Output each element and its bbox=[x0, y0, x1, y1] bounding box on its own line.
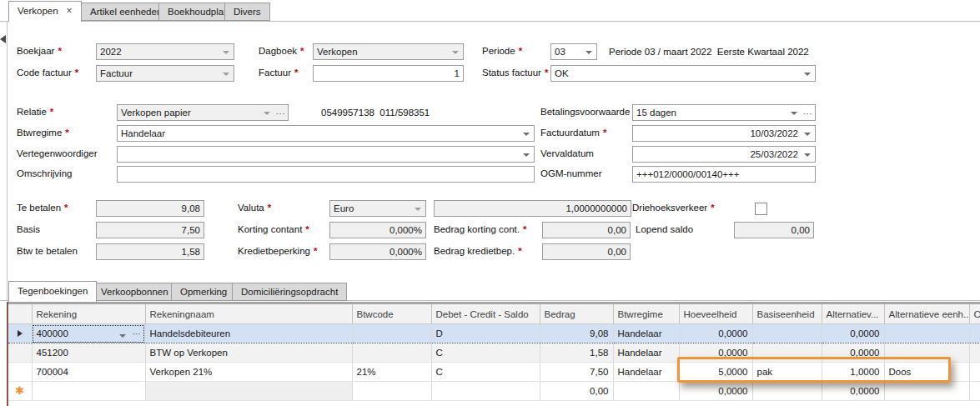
cell-btwcode[interactable] bbox=[352, 343, 431, 363]
cell-bedrag[interactable]: 0,00 bbox=[540, 382, 613, 401]
tab-verkoopbonnen[interactable]: Verkoopbonnen bbox=[92, 283, 178, 301]
factuur-input[interactable]: 1 bbox=[313, 65, 464, 82]
cell-btwcode[interactable] bbox=[352, 382, 431, 401]
tab-verkopen[interactable]: Verkopen× bbox=[8, 1, 82, 22]
periode-field[interactable]: 03 bbox=[550, 43, 597, 60]
cell-btwcode[interactable] bbox=[352, 324, 431, 343]
cell-c[interactable] bbox=[969, 382, 980, 401]
cell-rekeningnaam[interactable]: BTW op Verkopen bbox=[145, 343, 352, 363]
dropdown-arrow-icon[interactable] bbox=[804, 153, 811, 160]
cell-alternatief[interactable]: 0,0000 bbox=[822, 382, 884, 401]
cell-alternatieve-eenheid[interactable] bbox=[884, 324, 969, 343]
cell-rekening[interactable]: 451200 bbox=[32, 343, 145, 363]
dropdown-arrow-icon[interactable] bbox=[523, 153, 530, 160]
grid-new-row[interactable]: ✱ 0,00 0,0000 0,0000 bbox=[8, 382, 980, 401]
col-header-hoeveelheid[interactable]: Hoeveelheid bbox=[679, 303, 752, 324]
row-indicator bbox=[8, 363, 32, 382]
cell-bedrag[interactable]: 1,58 bbox=[540, 343, 613, 363]
cell-c[interactable] bbox=[969, 324, 980, 343]
cell-debet-credit-saldo[interactable]: C bbox=[431, 363, 540, 382]
grid-row-selected[interactable]: 400000··· Handelsdebiteuren D 9,08 Hande… bbox=[8, 324, 980, 343]
dropdown-arrow-icon[interactable] bbox=[804, 73, 811, 79]
cell-bedrag[interactable]: 9,08 bbox=[540, 324, 613, 343]
basis-label: Basis bbox=[17, 224, 40, 234]
ogm-nummer-value: +++012/0000/00140+++ bbox=[636, 167, 812, 182]
cell-rekening-editor[interactable]: 400000··· bbox=[32, 324, 145, 343]
bedrag-korting-cont-label: Bedrag korting cont.* bbox=[434, 224, 526, 234]
cell-btwregime[interactable]: Handelaar bbox=[613, 343, 679, 363]
cell-rekening[interactable]: 700004 bbox=[32, 363, 145, 382]
top-tabstrip-divider bbox=[0, 21, 980, 22]
lopend-saldo-value: 0,00 bbox=[738, 223, 810, 238]
cell-c[interactable] bbox=[969, 343, 980, 363]
col-header-debet-credit-saldo[interactable]: Debet - Credit - Saldo bbox=[431, 303, 540, 324]
ogm-nummer-input[interactable]: +++012/0000/00140+++ bbox=[632, 166, 816, 183]
dropdown-arrow-icon bbox=[452, 51, 459, 58]
ellipsis-button[interactable]: ··· bbox=[133, 329, 141, 338]
vertegenwoordiger-field[interactable] bbox=[117, 146, 535, 163]
tab-divers[interactable]: Divers bbox=[224, 3, 270, 21]
cell-rekeningnaam[interactable]: Verkopen 21% bbox=[145, 363, 352, 382]
cell-bedrag[interactable]: 7,50 bbox=[540, 363, 613, 382]
cell-c[interactable] bbox=[969, 363, 980, 382]
dropdown-arrow-icon[interactable] bbox=[804, 133, 811, 139]
required-asterisk: * bbox=[294, 68, 298, 78]
vervaldatum-label: Vervaldatum bbox=[540, 148, 594, 158]
valuta-value: Euro bbox=[334, 201, 410, 216]
highlight-annotation-box bbox=[677, 357, 951, 383]
factuurdatum-field[interactable]: 10/03/2022 bbox=[632, 125, 816, 142]
required-asterisk: * bbox=[711, 203, 714, 213]
cell-alternatief[interactable]: 0,0000 bbox=[822, 324, 884, 343]
cell-hoeveelheid[interactable]: 0,0000 bbox=[679, 382, 752, 401]
col-header-rekeningnaam[interactable]: Rekeningnaam bbox=[145, 303, 352, 324]
dropdown-arrow-icon[interactable] bbox=[523, 133, 530, 139]
periode-label: Periode* bbox=[482, 46, 522, 56]
driehoeksverkeer-checkbox[interactable] bbox=[755, 203, 767, 215]
tab-opmerking[interactable]: Opmerking bbox=[171, 283, 236, 301]
tab-domicilieringsopdracht[interactable]: Domiciliëringsopdracht bbox=[232, 283, 347, 301]
col-header-btwcode[interactable]: Btwcode bbox=[352, 303, 431, 324]
col-header-alternatieve-eenheid[interactable]: Alternatieve eenh... bbox=[884, 303, 969, 324]
col-header-bedrag[interactable]: Bedrag bbox=[540, 303, 613, 324]
tab-tegenboekingen[interactable]: Tegenboekingen bbox=[8, 281, 97, 302]
close-tab-icon[interactable]: × bbox=[67, 2, 73, 21]
ellipsis-button[interactable]: ··· bbox=[803, 107, 813, 121]
relatie-value: Verkopen papier bbox=[121, 105, 259, 120]
cell-alternatieve-eenheid[interactable] bbox=[884, 382, 969, 401]
cell-rekening[interactable] bbox=[32, 382, 145, 401]
betalingsvoorwaarde-field[interactable]: 15 dagen··· bbox=[632, 104, 816, 121]
te-betalen-label: Te betalen* bbox=[17, 203, 68, 213]
cell-rekeningnaam[interactable]: Handelsdebiteuren bbox=[145, 324, 352, 343]
cell-debet-credit-saldo[interactable]: C bbox=[431, 343, 540, 363]
cell-hoeveelheid[interactable]: 0,0000 bbox=[679, 324, 752, 343]
basis-field: 7,50 bbox=[96, 222, 204, 238]
cell-debet-credit-saldo[interactable] bbox=[431, 382, 540, 401]
required-asterisk: * bbox=[523, 224, 526, 234]
betalingsvoorwaarde-value: 15 dagen bbox=[636, 105, 787, 120]
status-factuur-field[interactable]: OK bbox=[550, 65, 816, 82]
cell-btwregime[interactable] bbox=[613, 382, 679, 401]
cell-btwregime[interactable]: Handelaar bbox=[613, 363, 679, 382]
cell-basiseenheid[interactable] bbox=[752, 324, 822, 343]
cell-debet-credit-saldo[interactable]: D bbox=[431, 324, 540, 343]
splitter-collapse-icon[interactable] bbox=[0, 35, 6, 43]
kredietbeperking-value: 0,000% bbox=[334, 244, 422, 259]
valuta-field: Euro bbox=[329, 200, 426, 217]
col-header-rekening[interactable]: Rekening bbox=[32, 303, 145, 324]
ellipsis-button[interactable]: ··· bbox=[276, 107, 286, 121]
col-header-basiseenheid[interactable]: Basiseenheid bbox=[752, 303, 822, 324]
btwregime-label: Btwregime* bbox=[17, 128, 69, 138]
dropdown-arrow-icon[interactable] bbox=[119, 334, 126, 341]
col-header-btwregime[interactable]: Btwregime bbox=[613, 303, 679, 324]
cell-btwregime[interactable]: Handelaar bbox=[613, 324, 679, 343]
cell-btwcode[interactable]: 21% bbox=[352, 363, 431, 382]
dropdown-arrow-icon[interactable] bbox=[585, 51, 592, 58]
col-header-alternatief[interactable]: Alternatiev... bbox=[822, 303, 884, 324]
col-header-c[interactable]: C bbox=[969, 303, 980, 324]
omschrijving-input[interactable] bbox=[117, 166, 535, 183]
cell-rekeningnaam[interactable] bbox=[145, 382, 352, 401]
cell-basiseenheid[interactable] bbox=[752, 382, 822, 401]
btwregime-field[interactable]: Handelaar bbox=[117, 125, 535, 142]
vervaldatum-field[interactable]: 25/03/2022 bbox=[632, 146, 816, 163]
dropdown-arrow-icon[interactable] bbox=[791, 112, 797, 118]
